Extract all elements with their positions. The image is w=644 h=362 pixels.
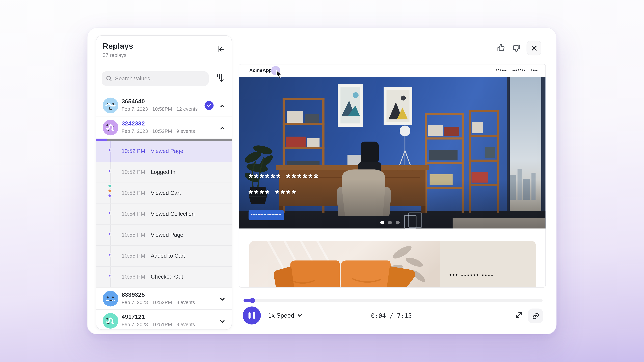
close-icon	[531, 45, 537, 51]
event-label: Added to Cart	[151, 253, 185, 259]
event-dot	[108, 232, 112, 236]
session-id: 4917121	[122, 313, 145, 320]
event-row[interactable]: 10:55 PM Viewed Page	[96, 225, 232, 246]
session-progress-bar[interactable]	[96, 139, 232, 141]
session-meta: Feb 7, 2023 · 10:52PM · 8 events	[122, 300, 195, 305]
session-id: 3242332	[122, 120, 145, 127]
speed-selector[interactable]: 1x Speed	[268, 312, 302, 319]
session-id: 8339325	[122, 291, 145, 298]
link-icon	[532, 312, 540, 320]
event-time: 10:53 PM	[122, 190, 146, 196]
chevron-down-icon[interactable]	[220, 318, 225, 324]
event-row[interactable]: 10:54 PM Viewed Collection	[96, 204, 232, 225]
search-input[interactable]: Search values...	[102, 71, 209, 86]
event-dot	[108, 211, 112, 215]
event-time: 10:54 PM	[122, 211, 146, 217]
product-card[interactable]: *** ****** ****	[250, 241, 536, 288]
session-row[interactable]: 4917121 Feb 7, 2023 · 10:51PM · 8 events	[96, 310, 232, 330]
event-row[interactable]: 10:52 PM Viewed Page	[96, 141, 232, 162]
masked-nav-item[interactable]: ******	[496, 68, 507, 73]
event-label: Logged In	[151, 169, 176, 175]
copy-link-button[interactable]	[528, 309, 543, 323]
collapse-sidebar-icon[interactable]	[216, 45, 225, 54]
event-row[interactable]: 10:52 PM Logged In	[96, 162, 232, 183]
sofa-photo	[250, 241, 440, 288]
replay-modal: Replays 37 replays Search values...	[87, 27, 556, 334]
hero-scene-graphic	[239, 77, 546, 228]
event-time: 10:55 PM	[122, 253, 146, 259]
avatar	[103, 120, 118, 135]
session-row-selected[interactable]: 3242332 Feb 7, 2023 · 10:52PM · 9 events	[96, 117, 232, 139]
carousel-dot[interactable]	[388, 221, 392, 224]
fullscreen-icon[interactable]	[515, 311, 524, 320]
masked-product-caption: *** ****** ****	[449, 273, 494, 279]
session-row[interactable]: 3654640 Feb 7, 2023 · 10:58PM · 12 event…	[96, 94, 232, 116]
masked-nav-item[interactable]: *******	[512, 68, 525, 73]
event-dot	[108, 274, 112, 278]
session-meta: Feb 7, 2023 · 10:52PM · 9 events	[122, 129, 195, 134]
scrubber-handle[interactable]	[250, 298, 255, 303]
carousel-dot[interactable]	[396, 221, 400, 224]
session-progress-fill	[96, 139, 107, 141]
close-button[interactable]	[526, 40, 541, 55]
session-list: 3654640 Feb 7, 2023 · 10:58PM · 12 event…	[96, 94, 232, 330]
screen: Replays 37 replays Search values...	[0, 0, 644, 362]
event-dot	[108, 253, 112, 257]
chevron-up-icon[interactable]	[220, 103, 225, 108]
masked-hero-heading: ****** ****** **** ****	[248, 170, 320, 201]
replayed-site-header: AcmeApp ****** ******* ****	[239, 64, 546, 77]
event-dot	[108, 169, 112, 173]
thumbs-down-icon[interactable]	[511, 43, 521, 53]
watched-check-icon	[204, 101, 214, 110]
pause-button[interactable]	[243, 306, 261, 325]
site-logo: AcmeApp	[250, 68, 272, 73]
recorded-cursor-icon	[275, 70, 282, 79]
event-dot-cluster	[108, 184, 112, 198]
session-meta: Feb 7, 2023 · 10:51PM · 8 events	[122, 322, 195, 327]
event-time: 10:52 PM	[122, 148, 146, 154]
event-time: 10:55 PM	[122, 232, 146, 238]
hero-banner: ****** ****** **** **** **** ****** ****…	[239, 77, 546, 228]
avatar	[103, 98, 118, 113]
playback-time: 0:04 / 7:15	[334, 312, 449, 320]
carousel-dot-active[interactable]	[380, 221, 384, 224]
chevron-down-icon[interactable]	[220, 296, 225, 302]
event-label: Checked Out	[151, 274, 183, 280]
search-icon	[106, 76, 112, 82]
magazine-rack-outline	[404, 215, 416, 228]
session-meta: Feb 7, 2023 · 10:58PM · 12 events	[122, 106, 198, 112]
event-dot	[108, 148, 112, 152]
playback-scrubber[interactable]	[244, 299, 542, 302]
masked-hero-cta-button[interactable]: **** ****** **********	[248, 210, 284, 220]
product-caption-panel: *** ****** ****	[440, 241, 536, 288]
replay-viewport: AcmeApp ****** ******* ****	[239, 64, 546, 288]
masked-nav-item[interactable]: ****	[531, 68, 538, 73]
event-row[interactable]: 10:55 PM Added to Cart	[96, 246, 232, 267]
event-row[interactable]: 10:56 PM Checked Out	[96, 267, 232, 288]
event-row[interactable]: 10:53 PM Viewed Cart	[96, 183, 232, 204]
chevron-up-icon[interactable]	[220, 125, 225, 131]
session-row[interactable]: 8339325 Feb 7, 2023 · 10:52PM · 8 events	[96, 288, 232, 310]
event-label: Viewed Page	[151, 232, 183, 238]
event-time: 10:52 PM	[122, 169, 146, 175]
session-id: 3654640	[122, 98, 145, 105]
sort-icon[interactable]	[215, 73, 225, 84]
carousel-dots	[380, 221, 400, 224]
event-label: Viewed Page	[151, 148, 183, 154]
chevron-down-icon	[298, 313, 302, 318]
event-label: Viewed Collection	[151, 211, 195, 217]
modal-actions	[496, 40, 541, 55]
masked-nav: ****** ******* ****	[496, 68, 538, 73]
event-time: 10:56 PM	[122, 274, 146, 280]
avatar	[103, 313, 118, 329]
avatar	[103, 291, 118, 306]
search-placeholder: Search values...	[115, 76, 155, 82]
event-label: Viewed Cart	[151, 190, 181, 196]
replay-count: 37 replays	[103, 52, 126, 58]
thumbs-up-icon[interactable]	[496, 43, 506, 53]
speed-label: 1x Speed	[268, 312, 294, 319]
pause-icon	[248, 312, 250, 319]
replays-sidebar: Replays 37 replays Search values...	[96, 35, 232, 330]
page-title: Replays	[103, 42, 133, 51]
